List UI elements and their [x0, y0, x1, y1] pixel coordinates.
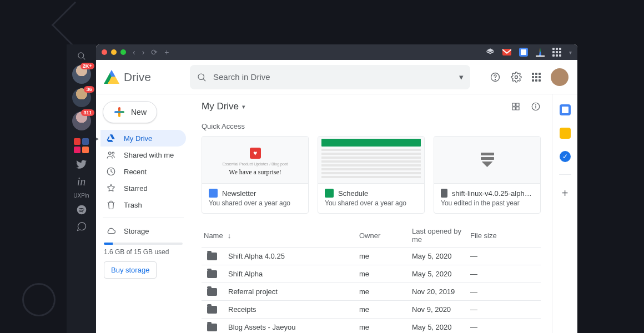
clock-icon [106, 167, 116, 176]
dock-search-icon[interactable] [77, 51, 86, 60]
breadcrumb[interactable]: My Drive ▾ [202, 101, 245, 112]
trash-icon [106, 200, 116, 210]
badge-count: 2K+ [80, 63, 94, 69]
svg-rect-13 [512, 107, 515, 110]
dock-app-grid[interactable] [74, 138, 89, 153]
badge-count: 311 [81, 109, 94, 116]
sidebar-item-label: Storage [124, 227, 149, 235]
badge-count: 36 [84, 86, 94, 93]
file-name: Receipts [228, 305, 256, 314]
zoom-icon[interactable] [120, 49, 126, 55]
shift-dock: 2K+ 36 311 in UXPin [67, 44, 96, 333]
workspace-avatar[interactable]: 311 [72, 112, 91, 130]
new-button[interactable]: New [103, 101, 157, 123]
side-panel: + [552, 94, 577, 333]
search-placeholder: Search in Drive [213, 72, 270, 82]
col-opened[interactable]: Last opened by me [412, 227, 470, 244]
sidebar-item-shared[interactable]: Shared with me [100, 147, 186, 163]
file-opened: Nov 20, 2019 [412, 287, 470, 296]
sidebar-item-recent[interactable]: Recent [100, 163, 186, 180]
drive-logo[interactable]: Drive [104, 70, 151, 84]
heart-icon [250, 148, 261, 159]
spotify-icon[interactable] [76, 204, 87, 215]
quick-access-card[interactable]: Essential Product Updates / Blog post We… [202, 136, 309, 214]
col-owner[interactable]: Owner [359, 231, 412, 240]
storage-bar [104, 243, 183, 245]
sidebar-item-label: My Drive [124, 134, 152, 143]
workspace-avatar[interactable]: 2K+ [72, 65, 91, 84]
search-options-icon[interactable]: ▾ [459, 72, 464, 82]
back-button[interactable]: ‹ [133, 48, 135, 57]
account-avatar[interactable] [551, 68, 568, 86]
file-size: — [470, 305, 539, 314]
file-size: — [470, 287, 539, 296]
card-subtitle: You shared over a year ago [209, 199, 301, 207]
drive-header: Drive Search in Drive ▾ [96, 60, 577, 94]
folder-icon [207, 306, 217, 314]
settings-icon[interactable] [511, 72, 522, 83]
calendar-icon[interactable] [560, 104, 571, 115]
workspace-avatar[interactable]: 36 [72, 88, 91, 107]
table-row[interactable]: ReceiptsmeNov 9, 2020— [202, 300, 541, 318]
file-table: Name↓ Owner Last opened by me File size … [202, 224, 541, 333]
forward-button[interactable]: › [142, 48, 145, 57]
grid-view-icon[interactable] [511, 102, 521, 112]
sidebar-item-storage[interactable]: Storage [100, 223, 186, 239]
sidebar-item-starred[interactable]: Starred [100, 180, 186, 196]
reload-button[interactable]: ⟳ [151, 48, 158, 57]
svg-line-4 [203, 79, 205, 81]
traffic-lights[interactable] [102, 49, 126, 55]
minimize-icon[interactable] [111, 49, 117, 55]
add-addon-button[interactable]: + [562, 187, 568, 200]
drive-tab-icon[interactable] [536, 48, 545, 57]
quick-access-card[interactable]: Schedule You shared over a year ago [318, 136, 425, 214]
col-size[interactable]: File size [470, 231, 539, 240]
quick-access-card[interactable]: shift-linux-v4.0.25-alpha+6d23c8... You … [434, 136, 541, 214]
add-tab-button[interactable]: + [164, 48, 169, 57]
search-input[interactable]: Search in Drive ▾ [190, 65, 470, 89]
plus-icon [113, 106, 125, 118]
people-icon [106, 150, 116, 160]
expand-icon[interactable]: ▸ [96, 135, 99, 142]
svg-point-9 [112, 152, 114, 154]
new-button-label: New [131, 108, 147, 117]
table-row[interactable]: Shift Alpha 4.0.25meMay 5, 2020— [202, 247, 541, 265]
buy-storage-button[interactable]: Buy storage [104, 261, 157, 279]
keep-icon[interactable] [560, 128, 571, 139]
calendar-icon[interactable] [519, 48, 528, 57]
file-size: — [470, 252, 539, 260]
invision-icon[interactable]: in [77, 175, 86, 188]
table-row[interactable]: Blog Assets - JaeyoumeMay 5, 2020— [202, 318, 541, 333]
table-row[interactable]: Referral projectmeNov 20, 2019— [202, 282, 541, 300]
close-icon[interactable] [102, 49, 107, 55]
tasks-icon[interactable] [560, 151, 571, 162]
drive-icon [106, 133, 116, 143]
sort-arrow-icon[interactable]: ↓ [228, 231, 232, 240]
layers-icon[interactable] [486, 48, 495, 57]
docs-icon [209, 189, 218, 198]
sidebar-item-trash[interactable]: Trash [100, 196, 186, 213]
file-owner: me [359, 252, 412, 260]
breadcrumb-label: My Drive [202, 101, 239, 112]
info-icon[interactable] [531, 102, 541, 112]
table-header: Name↓ Owner Last opened by me File size [202, 224, 541, 247]
apps-grid-icon[interactable] [552, 48, 561, 57]
file-name: Shift Alpha [228, 270, 263, 278]
sidebar-item-my-drive[interactable]: ▸ My Drive [100, 130, 186, 147]
svg-point-8 [109, 152, 112, 155]
svg-rect-11 [512, 103, 515, 106]
uxpin-icon[interactable]: UXPin [73, 193, 89, 199]
whatsapp-icon[interactable] [76, 221, 87, 232]
drive-triangle-icon [104, 70, 119, 84]
help-icon[interactable] [490, 72, 501, 83]
apps-icon[interactable] [532, 73, 541, 82]
svg-point-6 [495, 79, 496, 79]
col-name[interactable]: Name [204, 231, 223, 240]
table-row[interactable]: Shift AlphameMay 5, 2020— [202, 265, 541, 282]
gmail-icon[interactable] [502, 48, 511, 57]
thumbnail: Essential Product Updates / Blog post We… [202, 137, 308, 183]
twitter-icon[interactable] [76, 159, 87, 170]
menu-caret-icon[interactable]: ▾ [569, 49, 572, 56]
svg-line-1 [83, 57, 85, 59]
browser-window: ‹ › ⟳ + ▾ Drive Search in Drive ▾ [96, 44, 577, 333]
